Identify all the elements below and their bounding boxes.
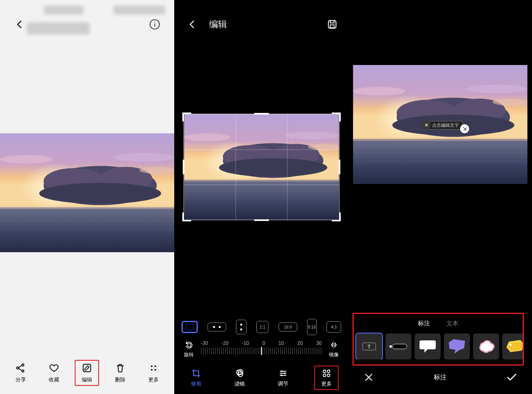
tick-label: -30	[201, 340, 208, 346]
annotate-pane: ✕ 点击编辑文字 ⇲ 标注 文本 T	[348, 0, 532, 394]
annotate-controls: 标注 文本 T	[348, 313, 532, 394]
crop-handle-tl[interactable]	[182, 113, 191, 121]
share-label: 分享	[15, 376, 26, 383]
text-annotation[interactable]: ✕ 点击编辑文字 ⇲	[422, 117, 469, 133]
crop-editor-pane: 编辑 1:1	[174, 0, 348, 394]
crop-handle-bl[interactable]	[182, 212, 191, 221]
heart-icon	[48, 362, 60, 374]
svg-point-30	[240, 324, 242, 326]
sticker-speech-bubble[interactable]	[415, 333, 441, 359]
tool-crop[interactable]: 修剪	[184, 368, 208, 388]
ratio-wide[interactable]	[208, 323, 226, 331]
gallery-pane: 分享 收藏 编辑 删除 更多	[0, 0, 174, 394]
annotate-canvas[interactable]: ✕ 点击编辑文字 ⇲	[348, 0, 532, 313]
svg-point-47	[510, 344, 512, 346]
photo-preview[interactable]	[0, 133, 174, 252]
crop-handle-tr[interactable]	[332, 113, 341, 121]
tool-adjust-label: 调节	[278, 380, 288, 388]
crop-handle-left[interactable]	[183, 160, 184, 174]
gallery-topbar	[0, 0, 174, 49]
svg-rect-32	[188, 344, 190, 346]
tool-adjust[interactable]: 调节	[271, 368, 295, 388]
mirror-button[interactable]: 镜像	[324, 340, 344, 358]
svg-point-24	[154, 369, 156, 370]
svg-point-17	[17, 367, 19, 369]
share-button[interactable]: 分享	[9, 362, 33, 383]
svg-rect-27	[186, 324, 194, 330]
mirror-label: 镜像	[329, 351, 339, 358]
ratio-tall[interactable]	[236, 320, 247, 334]
delete-label: 删除	[115, 376, 125, 383]
ratio-16-9[interactable]: 16:9	[279, 323, 297, 331]
sticker-cloud-bubble[interactable]	[473, 333, 499, 359]
trash-icon	[115, 362, 126, 374]
crop-icon	[191, 368, 201, 379]
sticker-arrow-label[interactable]	[385, 333, 411, 359]
svg-rect-26	[330, 25, 334, 28]
favorite-label: 收藏	[49, 376, 59, 383]
cancel-button[interactable]	[361, 369, 377, 385]
confirm-button[interactable]	[504, 369, 520, 385]
svg-point-23	[151, 369, 153, 370]
tool-crop-label: 修剪	[191, 380, 201, 388]
svg-point-21	[151, 365, 153, 367]
sticker-text-box[interactable]: T	[356, 333, 382, 359]
editor-tool-bar: 修剪 滤镜 调节 更多	[174, 362, 348, 394]
svg-point-18	[22, 364, 24, 366]
annotation-resize-handle[interactable]: ⇲	[460, 124, 469, 133]
crop-handle-right[interactable]	[339, 160, 340, 174]
ratio-9-16[interactable]: 9:16	[307, 319, 317, 335]
more-button[interactable]: 更多	[141, 362, 166, 383]
annotate-apply-row: 标注	[348, 367, 532, 388]
sticker-purple-bubble[interactable]	[444, 333, 470, 359]
annotation-delete-icon[interactable]: ✕	[422, 121, 431, 130]
crop-frame[interactable]	[184, 114, 340, 220]
tick-label: 30	[316, 340, 322, 346]
tab-annotate[interactable]: 标注	[418, 320, 430, 327]
sticker-panel-highlight: 标注 文本 T	[353, 313, 524, 366]
rotation-row: 旋转 -30 -20 -10 0 10 20 30 镜像	[174, 337, 348, 362]
apply-mode-label: 标注	[434, 373, 447, 382]
svg-rect-20	[83, 364, 91, 371]
sticker-row: T	[354, 330, 523, 359]
rotate-button[interactable]: 旋转	[179, 340, 199, 358]
rotate-icon	[184, 340, 193, 351]
crop-canvas[interactable]	[174, 49, 348, 317]
editor-header: 编辑	[174, 0, 348, 49]
svg-point-31	[240, 329, 242, 331]
tool-filter-label: 滤镜	[234, 380, 245, 388]
ratio-free[interactable]	[182, 321, 198, 333]
tool-filter[interactable]: 滤镜	[227, 368, 252, 388]
svg-rect-41	[323, 374, 326, 377]
crop-handle-top[interactable]	[254, 113, 269, 115]
favorite-button[interactable]: 收藏	[42, 362, 66, 383]
annotate-tabs: 标注 文本	[354, 316, 523, 330]
svg-point-37	[284, 372, 285, 374]
annotation-text[interactable]: 点击编辑文字	[428, 121, 463, 130]
svg-point-28	[213, 326, 215, 328]
back-button[interactable]	[10, 15, 29, 34]
svg-rect-42	[327, 374, 330, 377]
crop-handle-bottom[interactable]	[254, 219, 269, 221]
svg-point-36	[281, 370, 283, 372]
crop-handle-br[interactable]	[332, 212, 341, 221]
mirror-icon	[329, 340, 338, 351]
info-icon[interactable]	[145, 15, 164, 34]
tool-more-label: 更多	[321, 380, 332, 388]
edit-button[interactable]: 编辑	[75, 360, 99, 386]
ratio-4-3[interactable]: 4:3	[327, 321, 341, 333]
tool-more[interactable]: 更多	[314, 366, 339, 390]
svg-rect-46	[392, 344, 407, 349]
ratio-1-1[interactable]: 1:1	[256, 321, 268, 333]
tab-text[interactable]: 文本	[446, 320, 458, 327]
rotation-slider[interactable]: -30 -20 -10 0 10 20 30	[201, 340, 322, 358]
adjust-icon	[278, 368, 288, 379]
delete-button[interactable]: 删除	[108, 362, 132, 383]
edit-label: 编辑	[82, 376, 92, 383]
editor-back-button[interactable]	[182, 15, 202, 34]
edit-icon	[81, 362, 93, 374]
svg-point-45	[389, 345, 392, 348]
tick-label: 10	[279, 340, 284, 346]
save-button[interactable]	[324, 16, 340, 32]
sticker-price-tag[interactable]	[502, 333, 523, 359]
